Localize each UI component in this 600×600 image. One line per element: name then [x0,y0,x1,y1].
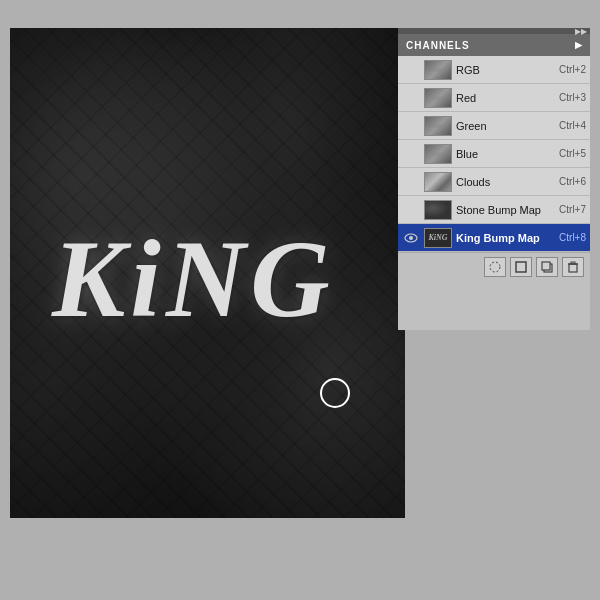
channel-name-stone-bump: Stone Bump Map [456,204,546,216]
channel-thumb-red: KiKG [424,88,452,108]
eye-space-king-bump [402,229,420,247]
channel-name-blue: Blue [456,148,546,160]
channel-row-blue[interactable]: KiKG Blue Ctrl+5 [398,140,590,168]
new-channel-button[interactable] [510,257,532,277]
channel-shortcut-rgb: Ctrl+2 [546,64,586,75]
panel-menu-arrow[interactable]: ▶ [575,40,582,50]
channel-thumb-blue: KiKG [424,144,452,164]
channel-shortcut-clouds: Ctrl+6 [546,176,586,187]
eye-space-red [402,89,420,107]
channel-row-green[interactable]: KiKG Green Ctrl+4 [398,112,590,140]
channel-row-rgb[interactable]: KiKG RGB Ctrl+2 [398,56,590,84]
channel-thumb-king-bump: KiNG [424,228,452,248]
eye-space-rgb [402,61,420,79]
channel-shortcut-red: Ctrl+3 [546,92,586,103]
channel-thumb-stone-bump [424,200,452,220]
channel-row-clouds[interactable]: Clouds Ctrl+6 [398,168,590,196]
channel-name-king-bump: King Bump Map [456,232,546,244]
channel-name-green: Green [456,120,546,132]
trash-icon [567,261,579,273]
channel-thumb-green: KiKG [424,116,452,136]
svg-rect-4 [516,262,526,272]
svg-rect-6 [542,262,550,270]
panel-toolbar [398,252,590,280]
duplicate-icon [541,261,553,273]
brush-indicator [320,378,350,408]
channel-name-red: Red [456,92,546,104]
thumb-label-king-bump: KiNG [428,234,447,242]
canvas-area: KiNG [10,28,405,518]
panel-collapse-arrows[interactable]: ▶▶ [575,27,587,36]
channel-shortcut-king-bump: Ctrl+8 [546,232,586,243]
square-icon [515,261,527,273]
channel-name-clouds: Clouds [456,176,546,188]
channel-thumb-rgb: KiKG [424,60,452,80]
king-text: KiNG [52,216,335,343]
svg-rect-7 [569,264,577,272]
svg-point-2 [409,236,413,240]
thumb-label-rgb: KiKG [431,67,445,73]
duplicate-channel-button[interactable] [536,257,558,277]
new-channel-dotted-button[interactable] [484,257,506,277]
channel-row-red[interactable]: KiKG Red Ctrl+3 [398,84,590,112]
svg-point-3 [490,262,500,272]
panel-title: CHANNELS [406,40,470,51]
eye-icon [404,233,418,243]
delete-channel-button[interactable] [562,257,584,277]
thumb-label-blue: KiKG [431,151,445,157]
thumb-label-red: KiKG [431,95,445,101]
channel-shortcut-stone-bump: Ctrl+7 [546,204,586,215]
channel-thumb-clouds [424,172,452,192]
thumb-label-green: KiKG [431,123,445,129]
channel-row-king-bump[interactable]: KiNG King Bump Map Ctrl+8 [398,224,590,252]
channel-row-stone-bump[interactable]: Stone Bump Map Ctrl+7 [398,196,590,224]
channel-shortcut-green: Ctrl+4 [546,120,586,131]
channels-panel: ▶▶ CHANNELS ▶ KiKG RGB Ctrl+2 KiKG [398,28,590,330]
panel-bottom-area [398,280,590,330]
channels-list: KiKG RGB Ctrl+2 KiKG Red Ctrl+3 KiKG [398,56,590,252]
channel-shortcut-blue: Ctrl+5 [546,148,586,159]
eye-space-stone-bump [402,201,420,219]
channel-name-rgb: RGB [456,64,546,76]
svg-rect-9 [571,262,575,264]
eye-space-clouds [402,173,420,191]
eye-space-blue [402,145,420,163]
panel-header: CHANNELS ▶ [398,34,590,56]
eye-space-green [402,117,420,135]
dotted-circle-icon [489,261,501,273]
